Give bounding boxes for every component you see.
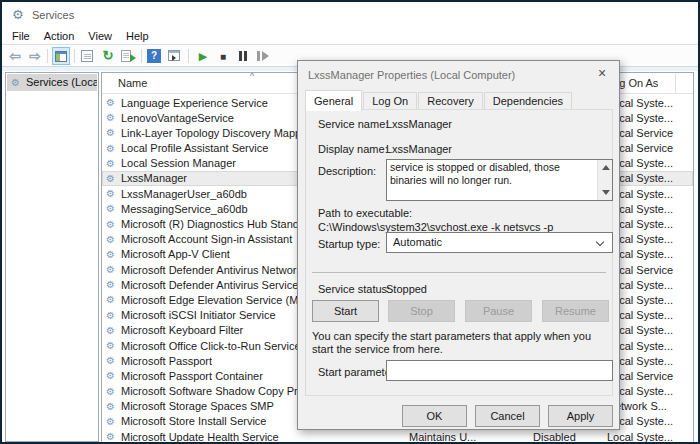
help-button[interactable]: ? <box>146 47 164 65</box>
tab-general[interactable]: General <box>305 90 362 111</box>
tab-log-on[interactable]: Log On <box>363 92 417 110</box>
service-gear-icon: ⚙ <box>106 415 115 428</box>
dialog-title: LxssManager Properties (Local Computer) <box>308 69 515 81</box>
back-button[interactable]: ⇦ <box>6 47 24 65</box>
description-box[interactable]: service is stopped or disabled, those bi… <box>386 159 613 201</box>
service-gear-icon: ⚙ <box>106 233 115 246</box>
startup-type-label: Startup type: <box>318 238 380 250</box>
refresh-icon: ↻ <box>103 48 114 63</box>
service-name-label: Service name: <box>318 118 388 130</box>
ok-button[interactable]: OK <box>402 405 467 427</box>
separator-line <box>312 272 606 273</box>
show-console-tree-button[interactable] <box>52 47 70 65</box>
path-to-executable-label: Path to executable: <box>318 207 412 219</box>
toolbar-separator <box>47 49 48 63</box>
service-gear-icon: ⚙ <box>106 202 115 215</box>
start-button[interactable]: Start <box>312 300 379 322</box>
service-gear-icon: ⚙ <box>106 339 115 352</box>
service-gear-icon: ⚙ <box>106 111 115 124</box>
services-gear-icon: ⚙ <box>11 74 20 91</box>
properties-button[interactable] <box>79 47 97 65</box>
startup-type-dropdown[interactable]: Automatic <box>386 232 613 253</box>
tab-recovery[interactable]: Recovery <box>418 92 482 110</box>
start-parameters-note: You can specify the start parameters tha… <box>312 330 612 356</box>
services-app-icon: ⚙ <box>12 7 24 23</box>
services-window: ⚙ Services FileActionViewHelp ⇦ ⇨ ↻ ? ▶ … <box>0 0 700 444</box>
service-gear-icon: ⚙ <box>106 293 115 306</box>
menu-bar: FileActionViewHelp <box>2 28 698 45</box>
service-gear-icon: ⚙ <box>106 369 115 382</box>
stop-service-button[interactable]: ■ <box>214 47 232 65</box>
service-status-value: Stopped <box>386 283 427 295</box>
startup-type-value: Automatic <box>393 236 442 248</box>
service-name-value: LxssManager <box>386 118 452 130</box>
service-gear-icon: ⚙ <box>106 385 115 398</box>
properties-icon <box>81 50 93 62</box>
sidebar-item-services-local[interactable]: ⚙ Services (Local) <box>7 74 97 91</box>
tab-dependencies[interactable]: Dependencies <box>484 92 572 110</box>
service-gear-icon: ⚙ <box>106 278 115 291</box>
start-service-icon: ▶ <box>199 50 207 62</box>
service-gear-icon: ⚙ <box>106 309 115 322</box>
service-gear-icon: ⚙ <box>106 400 115 413</box>
start-parameters-input[interactable] <box>386 360 613 381</box>
menu-file[interactable]: File <box>5 28 37 44</box>
service-gear-icon: ⚙ <box>106 157 115 170</box>
scroll-down-icon[interactable] <box>602 190 610 195</box>
scroll-up-icon[interactable] <box>602 165 610 170</box>
service-row[interactable]: ⚙Microsoft Update Health ServiceMaintain… <box>102 429 693 444</box>
stop-service-icon: ■ <box>220 51 226 62</box>
toolbar-separator <box>74 49 75 63</box>
lxssmanager-properties-dialog: LxssManager Properties (Local Computer) … <box>297 60 620 430</box>
dialog-tabs: GeneralLog OnRecoveryDependencies <box>305 90 573 110</box>
forward-icon: ⇨ <box>29 48 41 64</box>
column-divider <box>675 74 676 93</box>
cancel-button[interactable]: Cancel <box>475 405 540 427</box>
back-icon: ⇦ <box>9 48 21 64</box>
description-scrollbar[interactable] <box>597 160 612 200</box>
start-service-button[interactable]: ▶ <box>194 47 212 65</box>
close-icon[interactable]: × <box>585 61 619 85</box>
apply-button[interactable]: Apply <box>548 405 613 427</box>
service-gear-icon: ⚙ <box>106 142 115 155</box>
service-gear-icon: ⚙ <box>106 248 115 261</box>
service-gear-icon: ⚙ <box>106 218 115 231</box>
console-tree-icon <box>55 51 67 62</box>
console-tree-panel: ⚙ Services (Local) <box>5 72 99 442</box>
title-bar: ⚙ Services <box>2 2 698 28</box>
display-name-label: Display name: <box>318 143 388 155</box>
restart-service-icon <box>257 50 269 62</box>
export-list-button[interactable] <box>119 47 137 65</box>
forward-button[interactable]: ⇨ <box>26 47 44 65</box>
stop-button: Stop <box>388 300 455 322</box>
toolbar-separator <box>141 49 142 63</box>
service-gear-icon: ⚙ <box>106 430 115 443</box>
sort-ascending-icon: ^ <box>250 72 254 81</box>
menu-help[interactable]: Help <box>119 28 156 44</box>
chevron-down-icon <box>596 238 604 246</box>
description-text: service is stopped or disabled, those bi… <box>387 160 596 200</box>
display-name-value: LxssManager <box>386 143 452 155</box>
service-status-label: Service status: <box>318 283 390 295</box>
service-gear-icon: ⚙ <box>106 187 115 200</box>
sidebar-item-label: Services (Local) <box>26 76 97 88</box>
menu-action[interactable]: Action <box>37 28 82 44</box>
resume-button: Resume <box>542 300 609 322</box>
pause-button: Pause <box>465 300 532 322</box>
standard-view-button[interactable] <box>166 47 184 65</box>
pause-service-icon <box>238 50 248 62</box>
service-gear-icon: ⚙ <box>106 172 115 185</box>
service-gear-icon: ⚙ <box>106 263 115 276</box>
column-header-name[interactable]: Name <box>118 77 147 89</box>
service-gear-icon: ⚙ <box>106 96 115 109</box>
service-gear-icon: ⚙ <box>106 126 115 139</box>
restart-service-button[interactable] <box>254 47 272 65</box>
menu-view[interactable]: View <box>81 28 119 44</box>
window-title: Services <box>32 9 74 21</box>
pause-service-button[interactable] <box>234 47 252 65</box>
description-label: Description: <box>318 165 376 177</box>
standard-view-icon <box>168 50 180 61</box>
service-gear-icon: ⚙ <box>106 354 115 367</box>
refresh-button[interactable]: ↻ <box>99 47 117 65</box>
help-icon: ? <box>147 49 161 63</box>
